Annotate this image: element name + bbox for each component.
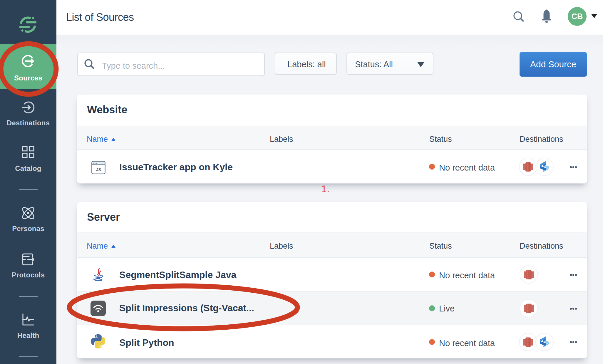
svg-text:JS: JS xyxy=(96,167,101,172)
